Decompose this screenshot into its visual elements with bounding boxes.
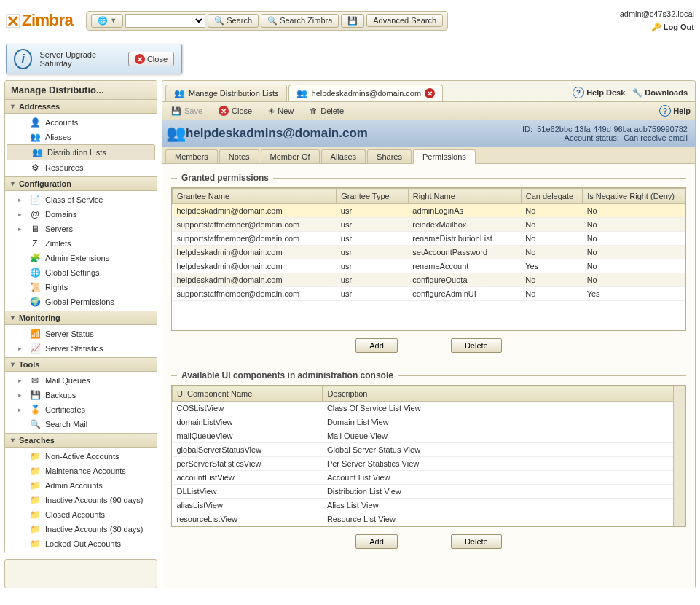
sidebar-item[interactable]: 📜Rights <box>5 280 157 294</box>
logout-link[interactable]: 🔑 Log Out <box>651 23 694 32</box>
ui-components-legend: Available UI components in administratio… <box>171 370 686 380</box>
sidebar-item[interactable]: ZZimlets <box>5 236 157 251</box>
sidebar-item[interactable]: 📁Non-Active Accounts <box>5 449 157 464</box>
new-button[interactable]: ✳ New <box>264 105 298 117</box>
notice-close-button[interactable]: ✕ Close <box>128 52 174 66</box>
sidebar-item[interactable]: ▸🏅Certificates <box>5 402 157 417</box>
save-search-button[interactable]: 💾 <box>341 14 364 28</box>
sidebar-group[interactable]: ▼ Searches <box>5 433 157 448</box>
notice-text: Server Upgrade Saturday <box>39 50 120 68</box>
current-user: admin@c47s32.local <box>620 9 694 18</box>
column-header[interactable]: Can delegate <box>521 189 582 204</box>
column-header[interactable]: UI Component Name <box>173 386 323 402</box>
table-row[interactable]: supportstaffmember@domain.comusrrenameDi… <box>173 232 685 246</box>
sidebar-title: Manage Distributio... <box>5 81 157 100</box>
logo: Zimbra <box>6 11 73 30</box>
table-row[interactable]: supportstaffmember@domain.comusrreindexM… <box>173 218 685 232</box>
column-header[interactable]: Is Negative Right (Deny) <box>583 189 685 204</box>
search-select[interactable] <box>125 14 205 28</box>
sidebar-item[interactable]: ▸🖥Servers <box>5 222 157 236</box>
subtab[interactable]: Members <box>165 149 218 163</box>
table-row[interactable]: helpdeskadmin@domain.comusrrenameAccount… <box>173 259 685 273</box>
sidebar-item[interactable]: 🌐Global Settings <box>5 265 157 280</box>
search-zimbra-button[interactable]: 🔍 Search Zimbra <box>261 14 339 28</box>
sidebar-item[interactable]: 📁Locked Out Accounts <box>5 536 157 551</box>
table-row[interactable]: mailQueueViewMail Queue View <box>173 429 674 443</box>
table-row[interactable]: supportstaffmember@domain.comusrconfigur… <box>173 287 685 301</box>
sidebar-item[interactable]: 🌍Global Permissions <box>5 294 157 309</box>
sidebar-group[interactable]: ▼ Addresses <box>5 100 157 114</box>
column-header[interactable]: Grantee Type <box>337 189 409 204</box>
scope-dropdown[interactable]: 🌐 ▼ <box>91 14 123 28</box>
sidebar-item[interactable]: ⚙Resources <box>5 160 157 175</box>
downloads-link[interactable]: 🔧 Downloads <box>632 87 688 98</box>
sidebar-group[interactable]: ▼ Configuration <box>5 176 157 191</box>
help-button[interactable]: ? Help <box>659 105 691 117</box>
sidebar-empty-panel <box>4 559 157 588</box>
subtab[interactable]: Member Of <box>261 149 320 163</box>
granted-permissions-table: Grantee NameGrantee TypeRight NameCan de… <box>171 187 686 331</box>
sidebar-item[interactable]: 🧩Admin Extensions <box>5 251 157 265</box>
column-header[interactable]: Right Name <box>408 189 521 204</box>
object-id: 51e62bbc-13fa-449d-96ba-adb759990782 <box>537 125 688 133</box>
granted-permissions-legend: Granted permissions <box>171 173 686 183</box>
sidebar-item[interactable]: 👤Accounts <box>5 115 157 130</box>
sidebar-item[interactable]: 📁Inactive Accounts (30 days) <box>5 522 157 536</box>
notice-banner: i Server Upgrade Saturday ✕ Close <box>6 44 182 74</box>
sidebar-item[interactable]: ▸✉Mail Queues <box>5 373 157 388</box>
column-header[interactable]: Description <box>323 386 674 402</box>
table-row[interactable]: aliasListViewAlias List View <box>173 499 674 512</box>
tab[interactable]: 👥helpdeskadmins@domain.com✕ <box>288 85 444 101</box>
sidebar-item[interactable]: ▸💾Backups <box>5 388 157 402</box>
sidebar-item[interactable]: 📁Admin Accounts <box>5 478 157 493</box>
column-header[interactable]: Grantee Name <box>173 189 337 204</box>
advanced-search-button[interactable]: Advanced Search <box>366 14 443 27</box>
ui-delete-button[interactable]: Delete <box>451 534 502 549</box>
sidebar-item[interactable]: 📶Server Status <box>5 327 157 341</box>
sidebar-group[interactable]: ▼ Monitoring <box>5 311 157 325</box>
table-row[interactable]: COSListViewClass Of Service List View <box>173 402 674 415</box>
table-row[interactable]: DLListViewDistribution List View <box>173 485 674 499</box>
tab[interactable]: 👥Manage Distribution Lists <box>165 85 287 101</box>
table-row[interactable]: perServerStatisticsViewPer Server Statis… <box>173 457 674 471</box>
sidebar-item[interactable]: 🔍Search Mail <box>5 417 157 432</box>
distlist-icon: 👥 <box>170 128 181 139</box>
perm-delete-button[interactable]: Delete <box>451 338 502 353</box>
page-title: helpdeskadmins@domain.com <box>186 126 368 141</box>
sidebar-item[interactable]: 👥Distribution Lists <box>7 144 155 160</box>
sidebar-item[interactable]: ▸@Domains <box>5 207 157 222</box>
sidebar-item[interactable]: ▸📄Class of Service <box>5 192 157 207</box>
tab-close-icon[interactable]: ✕ <box>425 88 435 98</box>
table-row[interactable]: accountListViewAccount List View <box>173 471 674 485</box>
sidebar-item[interactable]: 📁Maintenance Accounts <box>5 464 157 478</box>
subtab[interactable]: Permissions <box>413 149 476 164</box>
subtab[interactable]: Notes <box>219 149 259 163</box>
sidebar-group[interactable]: ▼ Tools <box>5 357 157 372</box>
account-status: Can receive email <box>624 133 688 142</box>
sidebar-item[interactable]: ▸📈Server Statistics <box>5 341 157 356</box>
search-button[interactable]: 🔍 Search <box>208 14 259 28</box>
sidebar-item[interactable]: 📁Inactive Accounts (90 days) <box>5 493 157 507</box>
table-row[interactable]: resourceListViewResource List View <box>173 512 674 526</box>
table-row[interactable]: domainListViewDomain List View <box>173 415 674 429</box>
info-icon: i <box>14 49 32 69</box>
table-row[interactable]: helpdeskadmin@domain.comusrsetAccountPas… <box>173 246 685 259</box>
close-button[interactable]: ✕ Close <box>214 104 256 117</box>
subtab[interactable]: Shares <box>367 149 412 163</box>
table-row[interactable]: globalServerStatusViewGlobal Server Stat… <box>173 443 674 457</box>
save-button[interactable]: 💾 Save <box>167 105 207 117</box>
sidebar-item[interactable]: 📁Closed Accounts <box>5 507 157 522</box>
ui-components-table: UI Component NameDescription COSListView… <box>171 385 686 527</box>
sidebar-item[interactable]: 👥Aliases <box>5 130 157 144</box>
table-row[interactable]: helpdeskadmin@domain.comusrconfigureQuot… <box>173 273 685 287</box>
ui-add-button[interactable]: Add <box>355 534 398 549</box>
perm-add-button[interactable]: Add <box>355 338 398 353</box>
scrollbar[interactable] <box>673 386 685 526</box>
table-row[interactable]: helpdeskadmin@domain.comusradminLoginAsN… <box>173 204 685 218</box>
search-toolbar: 🌐 ▼ 🔍 Search 🔍 Search Zimbra 💾 Advanced … <box>86 11 448 31</box>
delete-button[interactable]: 🗑 Delete <box>305 105 348 117</box>
help-desk-link[interactable]: ? Help Desk <box>573 87 625 98</box>
subtab[interactable]: Aliases <box>321 149 366 163</box>
